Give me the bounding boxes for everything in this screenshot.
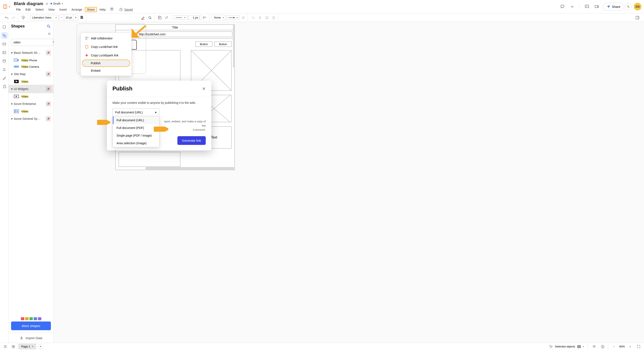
arrow-style-select[interactable]: ▾ — [226, 15, 240, 20]
page-tab[interactable]: Page 1 ▾ — [18, 344, 36, 349]
fullscreen-button[interactable] — [636, 344, 642, 350]
pin-icon[interactable]: 📌 — [46, 101, 51, 106]
document-title[interactable]: Blank diagram — [14, 1, 43, 6]
menu-edit[interactable]: Edit — [24, 7, 33, 12]
rail-pen[interactable] — [1, 75, 8, 81]
format-painter-button[interactable] — [20, 14, 26, 21]
shape-category[interactable]: ▾ Azure Enterprise 📌 — [8, 100, 54, 108]
layer-button[interactable] — [264, 14, 270, 21]
chevron-down-icon[interactable]: ▾ — [583, 345, 584, 348]
draft-badge[interactable]: Draft ▾ — [50, 2, 63, 5]
comment-icon[interactable] — [558, 3, 566, 10]
shape-category[interactable]: ▾ Basic Network Sh… 📌 — [8, 48, 54, 57]
line-style-select[interactable]: ▾ — [173, 15, 188, 20]
redo-button[interactable] — [10, 14, 16, 21]
font-family-select[interactable]: Liberation Sans ▾ — [30, 15, 58, 20]
present-icon[interactable] — [583, 3, 591, 10]
generate-link-button[interactable]: Generate link — [178, 136, 206, 145]
shape-category[interactable]: ▾ Site Map 📌 — [8, 70, 54, 78]
zoom-out-button[interactable]: − — [611, 344, 617, 350]
fill-select[interactable]: None ▾ — [212, 15, 226, 20]
format-option-full-pdf[interactable]: Full document (PDF) — [113, 124, 159, 132]
dropdown-add-collaborator[interactable]: Add collaborator — [82, 34, 130, 42]
horizontal-scrollbar[interactable] — [145, 167, 235, 170]
accessibility-icon[interactable] — [600, 344, 606, 350]
link-button[interactable] — [250, 14, 256, 21]
rail-shapes[interactable] — [1, 32, 8, 39]
menu-arrange[interactable]: Arrange — [70, 7, 84, 12]
format-option-area[interactable]: Area selection (Image) — [113, 139, 159, 147]
border-color-button[interactable] — [140, 14, 146, 21]
star-icon[interactable]: ☆ — [45, 2, 48, 6]
import-data-button[interactable]: Import Data — [8, 333, 54, 343]
font-size-input[interactable] — [64, 15, 73, 20]
record-icon[interactable] — [593, 3, 600, 10]
dropdown-copy-lucidspark[interactable]: Copy Lucidspark link — [82, 51, 130, 59]
swap-ends-button[interactable] — [240, 14, 246, 21]
line-weight-input[interactable]: ▴▾ — [188, 15, 201, 20]
zoom-level[interactable]: 80% — [619, 345, 625, 348]
shape-style-button[interactable] — [156, 14, 163, 21]
shape-item[interactable]: Video Phone — [8, 57, 54, 63]
zoom-in-button[interactable]: + — [627, 344, 633, 350]
mockup-button[interactable]: Button — [214, 41, 232, 47]
fill-color-button[interactable] — [146, 14, 153, 21]
action-button[interactable] — [257, 14, 263, 21]
mockup-url-input[interactable] — [137, 31, 232, 37]
rail-data[interactable] — [1, 58, 8, 64]
chevron-down-icon[interactable] — [568, 3, 576, 10]
mockup-block[interactable] — [118, 152, 180, 167]
menu-insert[interactable]: Insert — [57, 7, 69, 12]
panels-button[interactable] — [634, 14, 640, 21]
pin-icon[interactable]: 📌 — [46, 116, 51, 121]
lock-button[interactable] — [270, 14, 277, 21]
list-view-icon[interactable] — [2, 344, 8, 350]
rail-layers[interactable] — [1, 24, 8, 30]
shape-item[interactable]: Video — [8, 78, 54, 85]
pin-icon[interactable]: 📌 — [46, 50, 51, 55]
saved-status[interactable]: Saved — [124, 8, 133, 11]
rail-rocket[interactable] — [1, 66, 8, 73]
share-button[interactable]: Share — [603, 3, 624, 10]
rail-images[interactable] — [1, 49, 8, 56]
rail-containers[interactable] — [1, 41, 8, 47]
grid-view-icon[interactable] — [10, 344, 16, 350]
menu-share[interactable]: Share — [85, 7, 97, 12]
shape-item[interactable]: Video Camera. — [8, 63, 54, 70]
mockup-button[interactable]: Button — [196, 41, 212, 47]
shape-category[interactable]: ▾ UI Widgets 📌 — [8, 85, 54, 93]
user-avatar[interactable]: DS — [634, 3, 642, 10]
undo-button[interactable] — [4, 14, 10, 21]
layers-icon[interactable] — [591, 344, 597, 350]
dropdown-publish[interactable]: Publish — [82, 59, 130, 67]
more-shapes-button[interactable]: More shapes — [11, 322, 51, 330]
format-option-single-page[interactable]: Single page (PDF / Image) — [113, 132, 159, 139]
rail-plugins[interactable] — [1, 83, 8, 90]
collaborators-icon[interactable] — [110, 7, 114, 12]
close-icon[interactable]: ✕ — [48, 31, 51, 36]
font-size-decrease[interactable]: − — [59, 15, 64, 20]
bold-button[interactable]: B — [78, 14, 85, 21]
menu-file[interactable]: File — [14, 7, 23, 12]
add-page-button[interactable]: + — [38, 344, 43, 349]
dropdown-copy-lucidchart[interactable]: Copy Lucidchart link — [82, 42, 130, 51]
search-toggle-icon[interactable] — [47, 24, 51, 28]
app-logo[interactable]: ▾ — [2, 4, 10, 9]
menu-help[interactable]: Help — [97, 7, 108, 12]
copy-link-button[interactable] — [625, 3, 632, 10]
pin-icon[interactable]: 📌 — [46, 86, 51, 91]
pin-icon[interactable]: 📌 — [46, 71, 51, 77]
shapes-search-input[interactable] — [11, 39, 53, 46]
dropdown-embed[interactable]: Embed — [82, 67, 130, 74]
format-option-full-url[interactable]: Full document (URL) — [113, 116, 159, 124]
shape-category[interactable]: ▾ Azure General Sy… 📌 — [8, 114, 54, 123]
close-icon[interactable]: ✕ — [202, 86, 206, 91]
line-end-button[interactable] — [202, 14, 208, 21]
menu-view[interactable]: View — [46, 7, 57, 12]
vertical-scrollbar[interactable] — [233, 25, 234, 67]
menu-select[interactable]: Select — [33, 7, 46, 12]
shape-item[interactable]: Video — [8, 108, 54, 114]
font-size-increase[interactable]: + — [73, 15, 78, 20]
magic-button[interactable] — [163, 14, 170, 21]
publish-format-select[interactable]: Full document (URL) ▾ Full document (URL… — [112, 108, 159, 116]
